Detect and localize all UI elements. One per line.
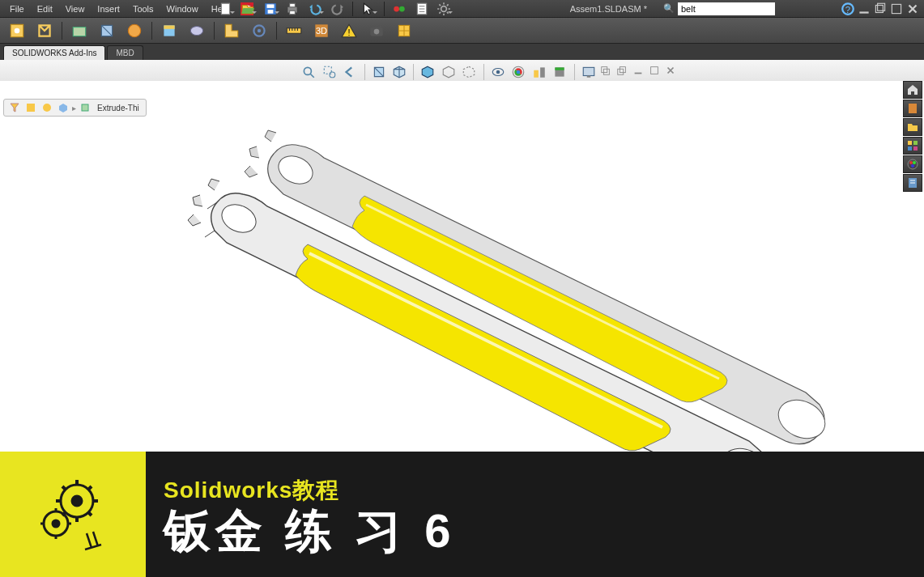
view-palette-tab[interactable] <box>903 137 922 155</box>
svg-rect-30 <box>287 28 301 33</box>
section-view-button[interactable] <box>369 62 388 82</box>
feature-icon-1[interactable] <box>23 100 38 115</box>
redo-button[interactable] <box>327 0 348 18</box>
select-button[interactable] <box>358 0 379 18</box>
tool-1[interactable] <box>5 19 29 42</box>
svg-rect-69 <box>913 146 918 151</box>
tool-11[interactable] <box>392 19 416 42</box>
apply-scene-button[interactable] <box>509 62 528 82</box>
view-normal-button[interactable] <box>489 62 508 82</box>
svg-rect-55 <box>586 75 590 77</box>
svg-rect-6 <box>892 4 901 13</box>
options-button[interactable] <box>434 0 455 18</box>
new-window-button[interactable] <box>551 62 569 82</box>
tool-measure[interactable] <box>282 19 306 42</box>
svg-point-92 <box>53 520 59 527</box>
minimize-button[interactable] <box>857 2 871 15</box>
extrude-feature-icon[interactable] <box>78 100 92 115</box>
file-explorer-tab[interactable] <box>903 118 922 136</box>
svg-rect-51 <box>540 67 545 77</box>
svg-rect-13 <box>290 11 296 15</box>
save-button[interactable] <box>260 0 281 18</box>
tab-mbd[interactable]: MBD <box>107 45 143 60</box>
doc-back-button[interactable] <box>600 65 611 79</box>
tool-6[interactable] <box>157 19 181 42</box>
svg-rect-67 <box>913 141 918 145</box>
tool-2[interactable] <box>32 19 57 42</box>
tool-3[interactable] <box>67 19 92 42</box>
appearances-tab[interactable] <box>903 155 922 173</box>
svg-rect-9 <box>266 4 274 8</box>
print-button[interactable] <box>283 0 304 18</box>
tool-7[interactable] <box>185 19 209 42</box>
help-dropdown[interactable]: ? <box>841 2 855 15</box>
edit-appearance-button[interactable] <box>460 62 479 82</box>
menu-file[interactable]: File <box>3 2 31 15</box>
feature-icon-2[interactable] <box>40 100 54 115</box>
new-button[interactable] <box>215 0 236 18</box>
search-icon: 🔍 <box>663 3 675 14</box>
previous-view-button[interactable] <box>341 62 360 82</box>
view-orientation-button[interactable] <box>390 62 409 82</box>
view-settings-button[interactable] <box>530 62 549 82</box>
filter-icon[interactable] <box>7 100 22 115</box>
custom-properties-tab[interactable] <box>903 174 922 192</box>
svg-point-24 <box>128 24 140 36</box>
tab-addins[interactable]: SOLIDWORKS Add-Ins <box>3 45 105 60</box>
tool-warning[interactable]: ! <box>337 19 361 42</box>
doc-close-button[interactable] <box>665 65 676 79</box>
close-button[interactable] <box>905 2 920 15</box>
svg-point-22 <box>15 28 20 33</box>
gears-icon <box>28 470 117 559</box>
tool-8[interactable] <box>219 19 244 42</box>
svg-rect-65 <box>909 104 917 113</box>
display-panel-button[interactable] <box>579 62 598 82</box>
zoom-fit-button[interactable] <box>300 62 318 82</box>
command-manager-tabs: SOLIDWORKS Add-Ins MBD <box>0 44 924 60</box>
feature-icon-3[interactable] <box>56 100 70 115</box>
svg-rect-57 <box>603 69 609 74</box>
svg-point-49 <box>517 70 521 74</box>
svg-rect-10 <box>267 10 273 14</box>
menu-tools[interactable]: Tools <box>126 2 160 15</box>
svg-point-63 <box>43 104 51 112</box>
maximize-button[interactable] <box>889 2 904 15</box>
open-button[interactable] <box>238 0 259 18</box>
feature-label[interactable]: Extrude-Thi <box>94 104 143 112</box>
rebuild-button[interactable] <box>389 0 410 18</box>
display-style-button[interactable] <box>419 62 437 82</box>
svg-line-87 <box>62 486 66 490</box>
doc-minimize-button[interactable] <box>632 65 644 79</box>
svg-point-71 <box>909 161 913 164</box>
svg-point-42 <box>304 67 312 74</box>
svg-rect-53 <box>556 67 564 70</box>
quick-access-toolbar <box>211 0 665 18</box>
zoom-area-button[interactable] <box>321 62 339 82</box>
undo-button[interactable] <box>304 0 326 18</box>
tool-9[interactable] <box>247 19 271 42</box>
tool-4[interactable] <box>95 19 119 42</box>
tool-camera[interactable] <box>364 19 389 42</box>
svg-rect-56 <box>602 66 607 72</box>
menu-insert[interactable]: Insert <box>91 2 126 15</box>
menu-view[interactable]: View <box>59 2 92 15</box>
hide-show-button[interactable] <box>440 62 458 82</box>
tool-10[interactable]: 3D <box>309 19 334 42</box>
restore-button[interactable] <box>873 2 888 15</box>
doc-maximize-button[interactable] <box>649 65 660 79</box>
search-input[interactable] <box>678 2 775 15</box>
file-properties-button[interactable] <box>411 0 432 18</box>
tool-5[interactable] <box>122 19 147 42</box>
menu-window[interactable]: Window <box>160 2 205 15</box>
svg-point-39 <box>374 28 380 34</box>
svg-text:!: ! <box>347 27 350 36</box>
svg-point-45 <box>330 72 335 78</box>
svg-rect-40 <box>379 25 381 27</box>
svg-point-15 <box>399 6 405 12</box>
svg-rect-5 <box>878 3 885 11</box>
svg-line-88 <box>88 512 92 515</box>
menu-edit[interactable]: Edit <box>31 2 59 15</box>
home-tab[interactable] <box>903 81 922 99</box>
doc-forward-button[interactable] <box>616 65 628 79</box>
design-library-tab[interactable] <box>903 100 922 117</box>
